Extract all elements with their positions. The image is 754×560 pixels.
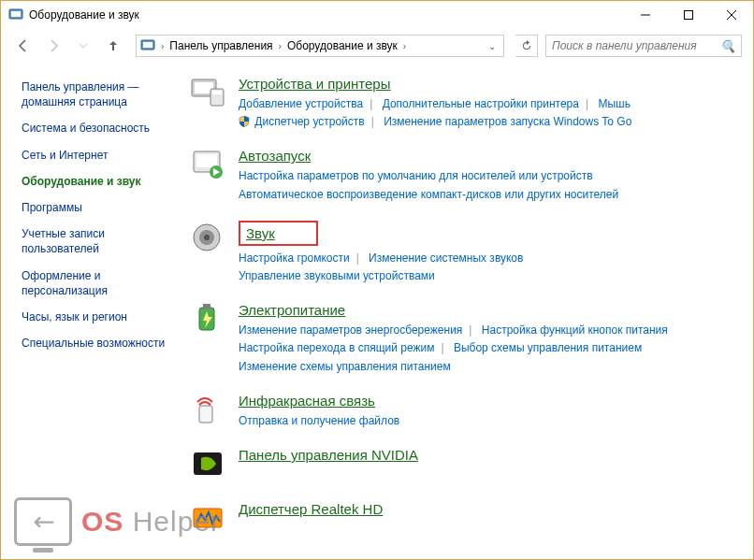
sidebar: Панель управления — домашняя страница Си… [1,63,188,559]
forward-button[interactable] [42,35,65,57]
link-windows-togo[interactable]: Изменение параметров запуска Windows To … [384,115,631,128]
link-volume[interactable]: Настройка громкости [239,251,350,265]
breadcrumb-current[interactable]: Оборудование и звук [283,39,401,52]
sidebar-item-personalization[interactable]: Оформление и персонализация [22,268,179,298]
autoplay-title[interactable]: Автозапуск [239,148,311,164]
sidebar-item-network[interactable]: Сеть и Интернет [22,148,179,163]
chevron-right-icon: › [401,41,408,51]
svg-rect-11 [212,91,222,94]
autoplay-icon [188,148,229,185]
power-icon [188,302,229,339]
maximize-button[interactable] [667,1,710,29]
autoplay-links: Настройка параметров по умолчанию для но… [239,167,744,203]
refresh-button[interactable] [515,35,538,57]
svg-rect-13 [196,154,217,167]
category-sound: Звук Настройка громкости| Изменение сист… [188,221,744,285]
nvidia-title[interactable]: Панель управления NVIDIA [239,447,418,463]
link-power-plan-edit[interactable]: Изменение схемы управления питанием [239,360,451,373]
link-power-buttons[interactable]: Настройка функций кнопок питания [482,323,668,337]
sidebar-item-hardware[interactable]: Оборудование и звук [22,174,179,189]
search-box[interactable]: 🔍 [545,35,742,57]
sidebar-item-accessibility[interactable]: Специальные возможности [22,336,179,351]
realtek-icon [188,501,229,538]
link-system-sounds[interactable]: Изменение системных звуков [369,251,523,265]
svg-rect-1 [11,11,21,17]
link-printer-settings[interactable]: Дополнительные настройки принтера [383,97,579,110]
chevron-right-icon: › [277,41,283,51]
sound-title[interactable]: Звук [239,221,318,246]
main: Устройства и принтеры Добавление устройс… [188,63,753,559]
address-bar[interactable]: › Панель управления › Оборудование и зву… [136,35,504,57]
link-power-plan-select[interactable]: Выбор схемы управления питанием [454,341,642,354]
link-autoplay-cds[interactable]: Автоматическое воспроизведение компакт-д… [239,188,618,201]
search-icon[interactable]: 🔍 [720,39,735,53]
window-title: Оборудование и звук [29,8,624,22]
infrared-links: Отправка и получение файлов [239,412,744,430]
power-title[interactable]: Электропитание [239,302,345,318]
content: Панель управления — домашняя страница Си… [1,63,753,559]
app-icon [8,7,23,22]
svg-rect-19 [203,304,210,309]
minimize-button[interactable] [624,1,667,29]
link-audio-devices[interactable]: Управление звуковыми устройствами [239,269,435,282]
address-icon [140,38,155,53]
address-dropdown[interactable]: ⌄ [485,41,500,51]
svg-rect-3 [685,11,693,20]
svg-rect-20 [199,406,212,423]
window-controls [624,1,753,29]
close-button[interactable] [710,1,753,29]
nvidia-icon [188,447,229,484]
chevron-right-icon: › [159,41,166,51]
svg-point-17 [204,235,210,240]
up-button[interactable] [102,35,124,57]
link-infrared-send[interactable]: Отправка и получение файлов [239,414,399,427]
infrared-icon [188,393,229,430]
link-power-saving[interactable]: Изменение параметров энергосбережения [239,323,462,337]
sound-icon [188,221,229,258]
window: Оборудование и звук › Панель управления … [0,0,754,560]
sidebar-home[interactable]: Панель управления — домашняя страница [22,79,179,109]
devices-title[interactable]: Устройства и принтеры [239,76,390,92]
nav-row: › Панель управления › Оборудование и зву… [1,29,753,63]
search-input[interactable] [552,39,717,52]
devices-links: Добавление устройства| Дополнительные на… [239,95,744,131]
power-links: Изменение параметров энергосбережения| Н… [239,322,744,376]
link-add-device[interactable]: Добавление устройства [239,97,363,110]
sound-links: Настройка громкости| Изменение системных… [239,250,744,285]
category-nvidia: Панель управления NVIDIA [188,447,744,484]
infrared-title[interactable]: Инфракрасная связь [239,393,375,409]
sidebar-item-clock[interactable]: Часы, язык и регион [22,309,179,324]
sidebar-item-system[interactable]: Система и безопасность [22,121,179,136]
svg-rect-7 [143,42,152,48]
realtek-title[interactable]: Диспетчер Realtek HD [239,501,383,517]
back-button[interactable] [12,35,35,57]
category-devices: Устройства и принтеры Добавление устройс… [188,76,744,131]
breadcrumb-root[interactable]: Панель управления [166,39,276,52]
shield-icon [239,116,250,127]
sidebar-item-programs[interactable]: Программы [22,200,179,215]
titlebar: Оборудование и звук [1,1,753,29]
category-power: Электропитание Изменение параметров энер… [188,302,744,376]
link-sleep[interactable]: Настройка перехода в спящий режим [239,341,434,354]
recent-dropdown[interactable] [72,35,94,57]
category-realtek: Диспетчер Realtek HD [188,501,744,538]
devices-icon [188,76,229,113]
link-autoplay-defaults[interactable]: Настройка параметров по умолчанию для но… [239,169,593,182]
category-autoplay: Автозапуск Настройка параметров по умолч… [188,148,744,203]
link-mouse[interactable]: Мышь [598,97,631,110]
sidebar-item-users[interactable]: Учетные записи пользователей [22,226,179,256]
link-device-manager[interactable]: Диспетчер устройств [254,115,364,128]
category-infrared: Инфракрасная связь Отправка и получение … [188,393,744,430]
